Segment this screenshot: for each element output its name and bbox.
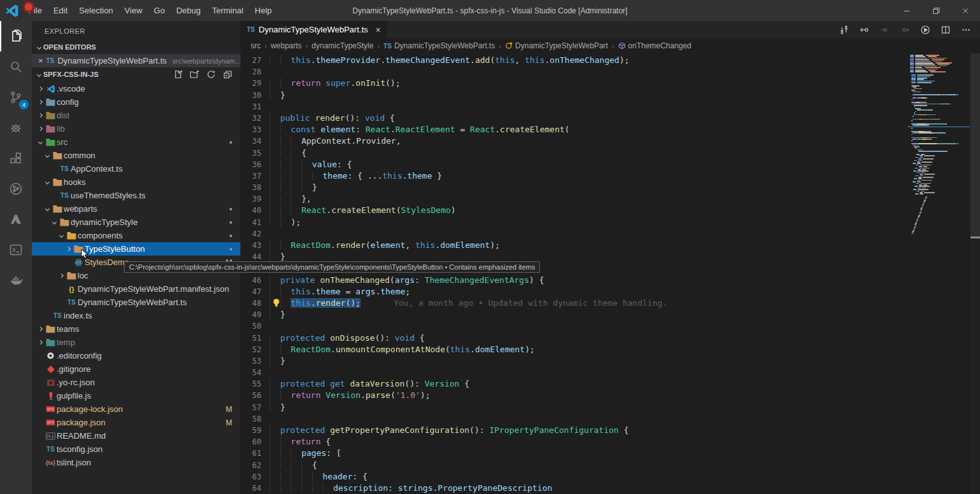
tree-item-label: index.ts (64, 311, 92, 320)
tree-item--editorconfig[interactable]: .editorconfig (32, 349, 240, 362)
scrollbar-slider[interactable] (970, 53, 980, 238)
breadcrumb-item-dynamictypestyle[interactable]: dynamicTypeStyle (312, 41, 373, 50)
tree-item-package-lock-json[interactable]: package-lock.jsonM (32, 402, 240, 416)
tree-item-tslint-json[interactable]: {ts}tslint.json (32, 456, 240, 469)
tree-item-dynamictypestylewebpart-ts[interactable]: TSDynamicTypeStyleWebPart.ts (32, 296, 240, 309)
tree-item-label: .vscode (57, 84, 85, 93)
explorer-icon (8, 29, 24, 44)
open-editor-item[interactable]: × TS DynamicTypeStyleWebPart.ts src\webp… (32, 54, 240, 67)
tree-item-label: lib (57, 124, 65, 134)
minimap[interactable] (910, 53, 970, 494)
breadcrumb-item-dynamictypestylewebpart[interactable]: DynamicTypeStyleWebPart (505, 41, 608, 50)
new-file-icon[interactable] (173, 69, 183, 79)
code-line: 61 pages: [ (240, 448, 910, 459)
breadcrumb-item-src[interactable]: src (251, 41, 261, 50)
code-area[interactable]: 27 this.themeProvider.themeChangedEvent.… (240, 53, 910, 494)
line-number: 32 (240, 113, 270, 124)
activity-source-control[interactable]: 4 (0, 82, 32, 113)
breadcrumb-item-webparts[interactable]: webparts (271, 41, 302, 50)
tree-item-package-json[interactable]: package.jsonM (32, 416, 240, 429)
tree-item-teams[interactable]: teams (32, 322, 240, 336)
tree-item-temp[interactable]: temp (32, 336, 240, 349)
activity-explorer[interactable] (0, 21, 32, 51)
tree-item-appcontext-ts[interactable]: TSAppContext.ts (32, 162, 240, 175)
tree-item-readme-md[interactable]: README.md (32, 429, 240, 443)
tree-item-webparts[interactable]: webparts (32, 202, 240, 216)
menu-selection[interactable]: Selection (73, 0, 118, 21)
code-line: 33 const element: React.ReactElement = R… (240, 124, 910, 135)
refresh-icon[interactable] (206, 69, 216, 79)
ts-icon: TS (59, 165, 71, 172)
menu-view[interactable]: View (119, 0, 148, 21)
editor-scrollbar[interactable] (970, 53, 980, 494)
menu-edit[interactable]: Edit (48, 0, 73, 21)
terminal-icon (8, 242, 24, 257)
tree-item-config[interactable]: config (32, 95, 240, 109)
tree-item-common[interactable]: common (32, 149, 240, 162)
docker-icon (8, 273, 24, 288)
open-editor-name: DynamicTypeStyleWebPart.ts (57, 56, 167, 65)
project-section-header[interactable]: SPFX-CSS-IN-JS (32, 67, 240, 81)
selection-highlight: this.render(); (291, 298, 361, 308)
activity-azure[interactable] (0, 204, 32, 235)
breadcrumb-item-onthemechanged[interactable]: onThemeChanged (618, 41, 691, 50)
code-line: 48 this.render();You, a month ago • Upda… (240, 298, 910, 309)
code-line: 29 return super.onInit(); (240, 78, 910, 89)
chevron-right-icon (57, 274, 66, 277)
activity-extensions[interactable] (0, 143, 32, 174)
tree-item--vscode[interactable]: .vscode (32, 82, 240, 95)
lightbulb-icon[interactable] (272, 298, 280, 308)
tree-item-lib[interactable]: lib (32, 122, 240, 135)
split-editor-icon[interactable] (941, 25, 951, 35)
tree-item-components[interactable]: components (32, 229, 240, 242)
line-number: 50 (240, 320, 270, 332)
activity-search[interactable] (0, 51, 32, 82)
minimize-button[interactable] (892, 0, 921, 21)
tree-item-usethemedstyles-ts[interactable]: TSuseThemedStyles.ts (32, 189, 240, 202)
tree-item-index-ts[interactable]: TSindex.ts (32, 309, 240, 322)
tree-item-dynamictypestyle[interactable]: dynamicTypeStyle (32, 216, 240, 229)
modified-badge: M (226, 405, 232, 414)
activity-terminal[interactable] (0, 235, 32, 265)
code-line-content: } (270, 182, 317, 193)
close-icon[interactable]: × (38, 56, 43, 65)
tree-item--gitignore[interactable]: .gitignore (32, 362, 240, 376)
tree-item--yo-rc-json[interactable]: .yo-rc.json (32, 376, 240, 389)
close-button[interactable] (951, 0, 980, 21)
collapse-all-icon[interactable] (223, 69, 233, 79)
file-path-tooltip: C:\Projects\gh\src\spblog\spfx-css-in-js… (124, 261, 540, 273)
gitlens-icon (8, 181, 24, 196)
open-changes-icon[interactable] (839, 25, 849, 35)
tree-item-typestylebutton[interactable]: TypeStyleButton (32, 242, 240, 256)
minimap-current-line (908, 127, 970, 128)
section-actions (173, 69, 240, 79)
menu-terminal[interactable]: Terminal (206, 0, 249, 21)
activity-debug[interactable] (0, 113, 32, 143)
activity-docker[interactable] (0, 265, 32, 296)
tree-item-src[interactable]: src (32, 135, 240, 149)
tree-item-hooks[interactable]: hooks (32, 175, 240, 189)
more-icon[interactable] (961, 25, 971, 35)
open-editors-header[interactable]: OPEN EDITORS (32, 40, 240, 54)
tree-item-tsconfig-json[interactable]: TStsconfig.json (32, 443, 240, 456)
menu-debug[interactable]: Debug (170, 0, 206, 21)
go-back-icon[interactable] (859, 25, 869, 35)
breadcrumb-item-dynamictypestylewebpart.ts[interactable]: TSDynamicTypeStyleWebPart.ts (383, 41, 495, 50)
tree-item-dist[interactable]: dist (32, 109, 240, 122)
menu-help[interactable]: Help (249, 0, 278, 21)
new-folder-icon[interactable] (190, 69, 200, 79)
tree-item-gulpfile-js[interactable]: gulpfile.js (32, 389, 240, 402)
restore-button[interactable] (921, 0, 951, 21)
line-number: 57 (240, 402, 270, 413)
tree-item-dynamictypestylewebpart-manifest-json[interactable]: {}DynamicTypeStyleWebPart.manifest.json (32, 282, 240, 296)
tab-close-icon[interactable]: × (376, 25, 381, 35)
run-icon[interactable] (920, 25, 930, 35)
vscode-logo-icon (5, 4, 19, 18)
next-change-icon[interactable] (900, 25, 910, 35)
line-number: 35 (240, 148, 270, 159)
class-symbol-icon (505, 42, 513, 50)
menu-go[interactable]: Go (148, 0, 170, 21)
tab-dynamictypestylewebpart[interactable]: TS DynamicTypeStyleWebPart.ts × (240, 21, 387, 38)
activity-gitlens[interactable] (0, 174, 32, 204)
prev-change-icon[interactable] (880, 25, 890, 35)
